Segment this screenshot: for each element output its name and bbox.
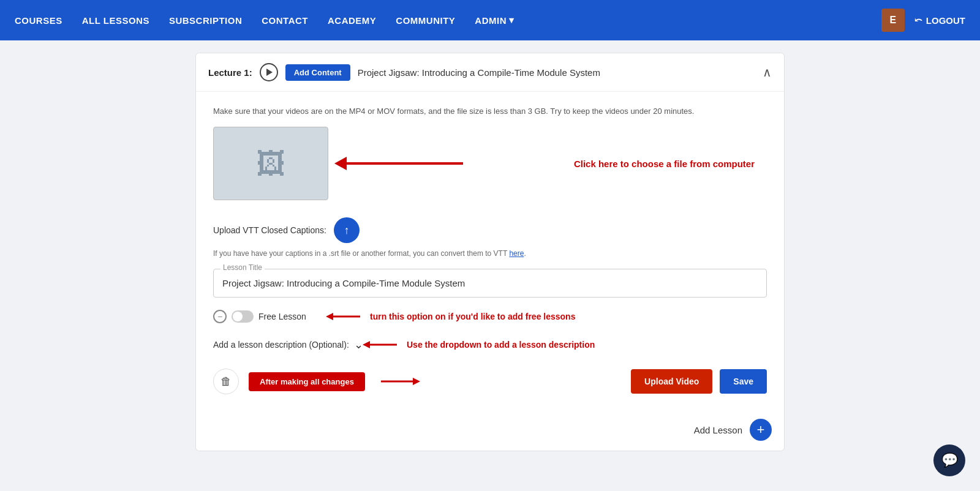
add-lesson-label: Add Lesson [694, 425, 742, 435]
thumbnail-annotation-text: Click here to choose a file from compute… [574, 159, 755, 169]
action-arrow-svg [375, 372, 424, 391]
minus-circle-icon: − [213, 310, 227, 323]
thumbnail-annotation-area: Click here to choose a file from compute… [328, 127, 767, 200]
play-icon[interactable] [260, 63, 278, 81]
svg-marker-3 [326, 313, 333, 320]
description-annotation-area: Use the dropdown to add a lesson descrip… [360, 335, 595, 354]
navbar: COURSES ALL LESSONS SUBSCRIPTION CONTACT… [0, 0, 980, 40]
thumbnail-row: 🖼 Click here to choose a file from compu… [213, 127, 767, 200]
lecture-label: Lecture 1: [208, 67, 252, 78]
vtt-upload-button[interactable]: ↑ [334, 217, 360, 243]
save-button[interactable]: Save [720, 369, 767, 394]
nav-links: COURSES ALL LESSONS SUBSCRIPTION CONTACT… [15, 15, 881, 26]
trash-icon: 🗑 [221, 375, 232, 388]
collapse-button[interactable]: ∧ [763, 65, 772, 80]
nav-contact[interactable]: CONTACT [262, 15, 308, 26]
lecture-body: Make sure that your videos are on the MP… [196, 92, 784, 409]
free-lesson-annotation-text: turn this option on if you'd like to add… [370, 312, 575, 321]
free-lesson-arrow-svg [323, 307, 366, 326]
nav-right: E ⤺ LOGOUT [881, 9, 965, 32]
action-row: 🗑 After making all changes Upload Video … [213, 369, 767, 394]
vtt-row: Upload VTT Closed Captions: ↑ [213, 217, 767, 243]
thumbnail-arrow-svg [328, 148, 475, 179]
lesson-title-group: Lesson Title [213, 269, 767, 298]
lesson-title-label: Lesson Title [221, 263, 265, 272]
nav-community[interactable]: COMMUNITY [396, 15, 455, 26]
delete-button[interactable]: 🗑 [213, 369, 239, 394]
main-content: Lecture 1: Add Content Project Jigsaw: I… [181, 40, 799, 488]
chevron-down-icon: ▾ [509, 15, 514, 26]
thumbnail-upload[interactable]: 🖼 [213, 127, 328, 200]
add-lesson-button[interactable]: + [750, 419, 772, 441]
vtt-label: Upload VTT Closed Captions: [213, 225, 326, 235]
user-avatar[interactable]: E [881, 9, 905, 32]
action-buttons-area: Upload Video Save [434, 369, 767, 394]
description-annotation-text: Use the dropdown to add a lesson descrip… [407, 340, 595, 350]
svg-marker-1 [334, 157, 347, 170]
lecture-header: Lecture 1: Add Content Project Jigsaw: I… [196, 53, 784, 92]
free-lesson-toggle[interactable] [232, 310, 254, 323]
nav-admin[interactable]: ADMIN ▾ [475, 15, 514, 26]
toggle-knob [233, 312, 243, 321]
description-arrow-svg [360, 335, 403, 354]
chat-icon: 💬 [941, 452, 958, 468]
nav-subscription[interactable]: SUBSCRIPTION [169, 15, 242, 26]
upload-icon: ↑ [344, 224, 349, 237]
caption-hint: If you have have your captions in a .srt… [213, 249, 767, 258]
caption-hint-link[interactable]: here [509, 249, 524, 258]
free-lesson-row: − Free Lesson turn this option on if you… [213, 310, 767, 323]
free-lesson-annotation-area: turn this option on if you'd like to add… [323, 307, 575, 326]
lecture-title: Project Jigsaw: Introducing a Compile-Ti… [358, 67, 755, 78]
logout-button[interactable]: ⤺ LOGOUT [914, 15, 965, 26]
plus-icon: + [757, 422, 765, 438]
nav-all-lessons[interactable]: ALL LESSONS [82, 15, 149, 26]
free-lesson-label: Free Lesson [258, 312, 306, 321]
image-placeholder-icon: 🖼 [256, 147, 285, 181]
logout-icon: ⤺ [914, 15, 922, 26]
description-row: Add a lesson description (Optional): ⌄ U… [213, 338, 767, 351]
chat-bubble-button[interactable]: 💬 [933, 444, 965, 476]
description-label: Add a lesson description (Optional): [213, 340, 349, 350]
nav-academy[interactable]: ACADEMY [328, 15, 376, 26]
play-triangle-icon [266, 69, 273, 76]
lecture-card: Lecture 1: Add Content Project Jigsaw: I… [195, 53, 785, 451]
video-hint: Make sure that your videos are on the MP… [213, 107, 767, 116]
svg-marker-5 [363, 341, 370, 348]
after-changes-badge: After making all changes [249, 372, 365, 391]
lesson-title-input[interactable] [213, 269, 767, 298]
add-content-button[interactable]: Add Content [285, 64, 350, 81]
upload-video-button[interactable]: Upload Video [631, 369, 712, 394]
add-lesson-row: Add Lesson + [196, 409, 784, 451]
nav-courses[interactable]: COURSES [15, 15, 62, 26]
svg-marker-7 [413, 378, 420, 385]
